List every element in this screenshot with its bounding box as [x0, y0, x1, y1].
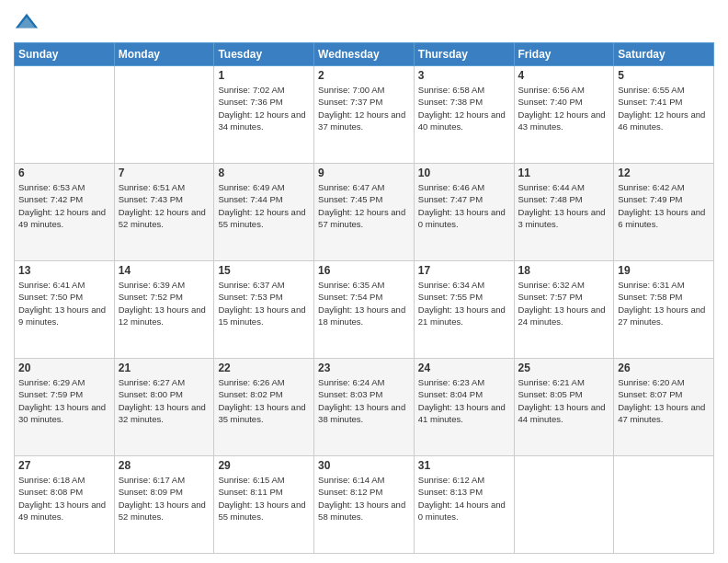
day-info: Sunrise: 6:35 AM Sunset: 7:54 PM Dayligh… — [318, 279, 410, 327]
day-info: Sunrise: 6:56 AM Sunset: 7:40 PM Dayligh… — [518, 84, 610, 132]
day-info: Sunrise: 6:27 AM Sunset: 8:00 PM Dayligh… — [119, 376, 210, 425]
calendar-week-5: 27Sunrise: 6:18 AM Sunset: 8:08 PM Dayli… — [15, 456, 714, 554]
calendar-cell: 7Sunrise: 6:51 AM Sunset: 7:43 PM Daylig… — [114, 164, 214, 261]
calendar-cell — [15, 66, 115, 164]
day-info: Sunrise: 6:32 AM Sunset: 7:57 PM Dayligh… — [518, 279, 610, 327]
day-info: Sunrise: 6:26 AM Sunset: 8:02 PM Dayligh… — [218, 376, 310, 425]
calendar-cell: 18Sunrise: 6:32 AM Sunset: 7:57 PM Dayli… — [514, 261, 614, 359]
day-info: Sunrise: 6:24 AM Sunset: 8:03 PM Dayligh… — [318, 376, 410, 425]
calendar-cell: 15Sunrise: 6:37 AM Sunset: 7:53 PM Dayli… — [214, 261, 314, 359]
day-number: 30 — [318, 459, 410, 472]
calendar-week-4: 20Sunrise: 6:29 AM Sunset: 7:59 PM Dayli… — [15, 359, 714, 456]
calendar-cell: 2Sunrise: 7:00 AM Sunset: 7:37 PM Daylig… — [314, 66, 415, 164]
day-info: Sunrise: 7:02 AM Sunset: 7:36 PM Dayligh… — [218, 84, 310, 132]
day-number: 11 — [518, 167, 610, 179]
day-info: Sunrise: 6:29 AM Sunset: 7:59 PM Dayligh… — [18, 376, 110, 425]
calendar-cell: 1Sunrise: 7:02 AM Sunset: 7:36 PM Daylig… — [214, 66, 314, 164]
calendar-cell: 23Sunrise: 6:24 AM Sunset: 8:03 PM Dayli… — [314, 359, 415, 456]
calendar-cell: 31Sunrise: 6:12 AM Sunset: 8:13 PM Dayli… — [414, 456, 514, 554]
day-number: 7 — [119, 167, 210, 179]
day-number: 14 — [119, 264, 210, 277]
day-info: Sunrise: 6:34 AM Sunset: 7:55 PM Dayligh… — [418, 279, 510, 327]
day-info: Sunrise: 6:46 AM Sunset: 7:47 PM Dayligh… — [418, 181, 510, 230]
day-number: 9 — [318, 167, 410, 179]
day-number: 28 — [119, 459, 210, 472]
calendar-cell: 3Sunrise: 6:58 AM Sunset: 7:38 PM Daylig… — [414, 66, 514, 164]
calendar-table: SundayMondayTuesdayWednesdayThursdayFrid… — [14, 42, 714, 554]
calendar-week-2: 6Sunrise: 6:53 AM Sunset: 7:42 PM Daylig… — [15, 164, 714, 261]
calendar-cell: 25Sunrise: 6:21 AM Sunset: 8:05 PM Dayli… — [514, 359, 614, 456]
calendar-cell: 10Sunrise: 6:46 AM Sunset: 7:47 PM Dayli… — [414, 164, 514, 261]
day-number: 10 — [418, 167, 510, 179]
day-header-saturday: Saturday — [614, 43, 714, 66]
day-number: 13 — [18, 264, 110, 277]
day-number: 2 — [318, 69, 410, 82]
day-info: Sunrise: 6:12 AM Sunset: 8:13 PM Dayligh… — [418, 474, 510, 523]
day-number: 19 — [618, 264, 710, 277]
day-number: 27 — [18, 459, 110, 472]
day-info: Sunrise: 6:18 AM Sunset: 8:08 PM Dayligh… — [18, 474, 110, 523]
calendar-cell — [614, 456, 714, 554]
calendar-cell — [514, 456, 614, 554]
day-header-friday: Friday — [514, 43, 614, 66]
day-info: Sunrise: 6:14 AM Sunset: 8:12 PM Dayligh… — [318, 474, 410, 523]
day-info: Sunrise: 6:41 AM Sunset: 7:50 PM Dayligh… — [18, 279, 110, 327]
day-info: Sunrise: 6:17 AM Sunset: 8:09 PM Dayligh… — [119, 474, 210, 523]
day-info: Sunrise: 6:37 AM Sunset: 7:53 PM Dayligh… — [218, 279, 310, 327]
day-info: Sunrise: 6:58 AM Sunset: 7:38 PM Dayligh… — [418, 84, 510, 132]
calendar-cell: 26Sunrise: 6:20 AM Sunset: 8:07 PM Dayli… — [614, 359, 714, 456]
day-info: Sunrise: 6:39 AM Sunset: 7:52 PM Dayligh… — [119, 279, 210, 327]
day-number: 8 — [218, 167, 310, 179]
calendar-page: SundayMondayTuesdayWednesdayThursdayFrid… — [0, 0, 728, 563]
calendar-cell: 8Sunrise: 6:49 AM Sunset: 7:44 PM Daylig… — [214, 164, 314, 261]
calendar-week-3: 13Sunrise: 6:41 AM Sunset: 7:50 PM Dayli… — [15, 261, 714, 359]
day-info: Sunrise: 6:51 AM Sunset: 7:43 PM Dayligh… — [119, 181, 210, 230]
day-number: 3 — [418, 69, 510, 82]
day-info: Sunrise: 6:49 AM Sunset: 7:44 PM Dayligh… — [218, 181, 310, 230]
calendar-cell: 22Sunrise: 6:26 AM Sunset: 8:02 PM Dayli… — [214, 359, 314, 456]
day-info: Sunrise: 6:53 AM Sunset: 7:42 PM Dayligh… — [18, 181, 110, 230]
logo — [14, 9, 41, 35]
day-header-thursday: Thursday — [414, 43, 514, 66]
day-info: Sunrise: 6:55 AM Sunset: 7:41 PM Dayligh… — [618, 84, 710, 132]
day-number: 12 — [618, 167, 710, 179]
calendar-cell: 4Sunrise: 6:56 AM Sunset: 7:40 PM Daylig… — [514, 66, 614, 164]
calendar-cell: 12Sunrise: 6:42 AM Sunset: 7:49 PM Dayli… — [614, 164, 714, 261]
calendar-cell: 5Sunrise: 6:55 AM Sunset: 7:41 PM Daylig… — [614, 66, 714, 164]
calendar-cell: 21Sunrise: 6:27 AM Sunset: 8:00 PM Dayli… — [114, 359, 214, 456]
calendar-cell: 29Sunrise: 6:15 AM Sunset: 8:11 PM Dayli… — [214, 456, 314, 554]
day-number: 5 — [618, 69, 710, 82]
day-number: 25 — [518, 362, 610, 374]
day-header-wednesday: Wednesday — [314, 43, 415, 66]
day-number: 29 — [218, 459, 310, 472]
calendar-cell: 14Sunrise: 6:39 AM Sunset: 7:52 PM Dayli… — [114, 261, 214, 359]
calendar-cell: 27Sunrise: 6:18 AM Sunset: 8:08 PM Dayli… — [15, 456, 115, 554]
calendar-week-1: 1Sunrise: 7:02 AM Sunset: 7:36 PM Daylig… — [15, 66, 714, 164]
day-number: 23 — [318, 362, 410, 374]
day-number: 22 — [218, 362, 310, 374]
day-number: 24 — [418, 362, 510, 374]
day-info: Sunrise: 6:47 AM Sunset: 7:45 PM Dayligh… — [318, 181, 410, 230]
day-header-monday: Monday — [114, 43, 214, 66]
day-number: 20 — [18, 362, 110, 374]
day-info: Sunrise: 6:23 AM Sunset: 8:04 PM Dayligh… — [418, 376, 510, 425]
calendar-cell: 24Sunrise: 6:23 AM Sunset: 8:04 PM Dayli… — [414, 359, 514, 456]
day-number: 6 — [18, 167, 110, 179]
day-number: 1 — [218, 69, 310, 82]
day-number: 15 — [218, 264, 310, 277]
day-info: Sunrise: 6:42 AM Sunset: 7:49 PM Dayligh… — [618, 181, 710, 230]
header — [14, 9, 714, 35]
calendar-header-row: SundayMondayTuesdayWednesdayThursdayFrid… — [15, 43, 714, 66]
calendar-cell: 28Sunrise: 6:17 AM Sunset: 8:09 PM Dayli… — [114, 456, 214, 554]
calendar-cell: 13Sunrise: 6:41 AM Sunset: 7:50 PM Dayli… — [15, 261, 115, 359]
day-info: Sunrise: 6:31 AM Sunset: 7:58 PM Dayligh… — [618, 279, 710, 327]
day-info: Sunrise: 6:20 AM Sunset: 8:07 PM Dayligh… — [618, 376, 710, 425]
calendar-cell: 30Sunrise: 6:14 AM Sunset: 8:12 PM Dayli… — [314, 456, 415, 554]
logo-icon — [14, 9, 40, 35]
calendar-cell — [114, 66, 214, 164]
day-number: 4 — [518, 69, 610, 82]
day-header-sunday: Sunday — [15, 43, 115, 66]
calendar-cell: 11Sunrise: 6:44 AM Sunset: 7:48 PM Dayli… — [514, 164, 614, 261]
day-number: 26 — [618, 362, 710, 374]
day-number: 18 — [518, 264, 610, 277]
